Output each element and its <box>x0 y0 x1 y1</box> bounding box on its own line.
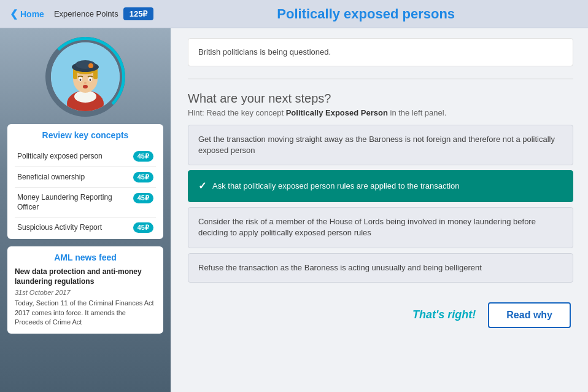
svg-point-11 <box>79 77 82 82</box>
svg-point-8 <box>72 62 99 72</box>
avatar-container <box>45 37 125 117</box>
answer-text-b: Ask that politically exposed person rule… <box>212 181 460 192</box>
quote-text: British politicians is being questioned. <box>198 47 331 57</box>
concept-item-pep[interactable]: Politically exposed person 45₽ <box>15 146 156 167</box>
answer-text-c: Consider the risk of a member of the Hou… <box>198 217 536 237</box>
svg-rect-2 <box>82 87 89 95</box>
answer-option-a[interactable]: Get the transaction moving straight away… <box>188 125 573 165</box>
concept-item-beneficial[interactable]: Beneficial ownership 45₽ <box>15 167 156 188</box>
avatar <box>51 42 120 111</box>
news-body: Today, Section 11 of the Criminal Financ… <box>15 299 156 327</box>
concept-points: 45₽ <box>133 222 153 233</box>
concepts-list: Politically exposed person 45₽ Beneficia… <box>15 146 156 233</box>
concept-label: Politically exposed person <box>17 152 128 162</box>
action-row: That's right! Read why <box>188 302 573 328</box>
concept-label: Suspicious Activity Report <box>17 223 128 233</box>
thats-right-label: That's right! <box>412 308 476 321</box>
svg-point-15 <box>83 85 88 88</box>
svg-point-16 <box>84 82 87 84</box>
answer-text-a: Get the transaction moving straight away… <box>198 135 555 155</box>
header: ❮ Home Experience Points 125₽ Politicall… <box>0 0 588 28</box>
hint-bold: Politically Exposed Person <box>286 108 388 117</box>
hint-suffix: in the left panel. <box>388 108 446 117</box>
svg-point-10 <box>88 63 93 68</box>
checkmark-icon: ✓ <box>198 179 206 193</box>
concept-points: 45₽ <box>133 172 153 182</box>
news-headline: New data protection and anti-money laund… <box>15 267 156 286</box>
svg-point-13 <box>80 79 82 81</box>
review-panel-title: Review key concepts <box>15 130 156 140</box>
concept-item-sar[interactable]: Suspicious Activity Report 45₽ <box>15 218 156 233</box>
review-panel: Review key concepts Politically exposed … <box>7 124 163 239</box>
answer-option-b[interactable]: ✓ Ask that politically exposed person ru… <box>188 170 573 202</box>
svg-rect-6 <box>73 68 77 79</box>
concept-points: 45₽ <box>133 151 153 162</box>
experience-badge: 125₽ <box>123 7 154 20</box>
answer-option-c[interactable]: Consider the risk of a member of the Hou… <box>188 207 573 248</box>
next-steps-section: What are your next steps? Hint: Read the… <box>188 92 573 288</box>
svg-point-5 <box>73 62 98 74</box>
svg-point-12 <box>88 77 92 82</box>
next-steps-hint: Hint: Read the key concept Politically E… <box>188 108 573 117</box>
character-illustration <box>51 42 120 111</box>
experience-label: Experience Points 125₽ <box>54 7 153 20</box>
svg-point-14 <box>90 79 91 81</box>
svg-point-4 <box>73 66 98 93</box>
main-content: British politicians is being questioned.… <box>171 28 588 392</box>
answer-option-d[interactable]: Refuse the transaction as the Baroness i… <box>188 253 573 283</box>
hint-prefix: Hint: Read the key concept <box>188 108 286 117</box>
main-layout: Review key concepts Politically exposed … <box>0 28 588 392</box>
svg-rect-7 <box>93 68 98 79</box>
concept-points: 45₽ <box>133 193 153 203</box>
news-date: 31st October 2017 <box>15 289 156 296</box>
chevron-left-icon: ❮ <box>10 8 18 20</box>
svg-rect-0 <box>51 42 120 111</box>
concept-item-mlro[interactable]: Money Laundering Reporting Officer 45₽ <box>15 188 156 218</box>
home-label: Home <box>20 9 44 19</box>
sidebar-content: Review key concepts Politically exposed … <box>7 34 163 334</box>
news-panel-title: AML news feed <box>15 253 156 262</box>
home-button[interactable]: ❮ Home <box>10 8 44 20</box>
divider <box>188 79 573 79</box>
concept-label: Beneficial ownership <box>17 173 128 182</box>
svg-point-9 <box>75 60 95 69</box>
news-panel: AML news feed New data protection and an… <box>7 246 163 333</box>
answer-text-d: Refuse the transaction as the Baroness i… <box>198 263 482 272</box>
svg-point-1 <box>67 90 104 111</box>
sidebar: Review key concepts Politically exposed … <box>0 28 171 392</box>
next-steps-title: What are your next steps? <box>188 92 573 106</box>
avatar-ring <box>45 37 125 117</box>
page-title: Politically exposed persons <box>153 6 578 22</box>
quote-box: British politicians is being questioned. <box>188 38 573 66</box>
svg-point-3 <box>74 90 96 103</box>
concept-label: Money Laundering Reporting Officer <box>17 193 128 212</box>
read-why-button[interactable]: Read why <box>488 302 571 328</box>
